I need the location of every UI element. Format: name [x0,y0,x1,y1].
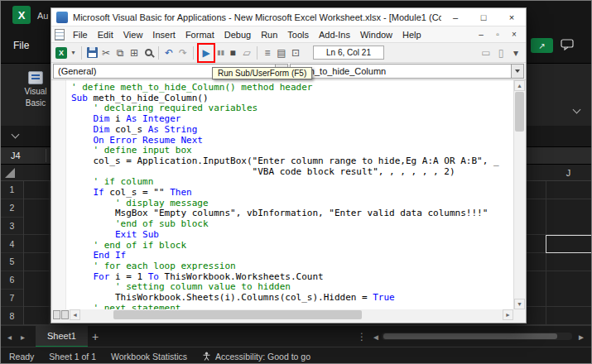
cut-icon[interactable]: ✂ [99,46,113,60]
immediate-window-icon[interactable]: ▯ [494,46,508,60]
toolbar-options-icon[interactable]: ▾ [509,46,522,60]
save-icon[interactable] [85,46,99,60]
copy-icon[interactable]: ⧉ [113,46,127,60]
run-tooltip: Run Sub/UserForm (F5) [212,67,312,79]
scrollbar-thumb[interactable] [113,310,362,319]
menu-format[interactable]: Format [180,28,219,41]
watch-window-icon[interactable]: ▭ [479,46,493,60]
name-box[interactable]: J4 [1,151,46,160]
row-headers: 12345678 [1,181,24,325]
scroll-up-icon[interactable]: ▲ [514,80,525,91]
toolbar-separator [158,46,159,60]
object-dropdown-value: (General) [58,66,96,76]
scroll-left-icon[interactable]: ◄ [70,309,80,320]
toolbar-separator [257,46,257,60]
paste-icon[interactable]: ⊞ [128,46,141,60]
module-icon[interactable] [55,29,65,41]
accessibility-label: Accessibility: Good to go [215,352,310,362]
child-restore-button[interactable]: ▫ [489,28,506,41]
sheet-more-icon[interactable]: ⋮ [357,326,367,347]
row-header[interactable]: 7 [1,290,23,308]
project-explorer-icon[interactable]: ≡ [261,46,274,60]
code-line: ' next statement [71,304,513,309]
scroll-down-icon[interactable]: ▼ [514,299,525,309]
menu-window[interactable]: Window [355,28,397,41]
add-sheet-button[interactable]: + [92,326,99,347]
share-button[interactable]: ↗ [531,38,553,53]
comments-icon[interactable] [561,39,574,54]
child-close-button[interactable]: × [506,28,522,41]
row-header[interactable]: 8 [1,307,23,325]
hscroll-left-icon[interactable]: ◄ [372,326,380,347]
status-sheet-count[interactable]: Sheet 1 of 1 [49,352,96,362]
cursor-position-indicator: Ln 6, Col 21 [313,46,384,60]
design-mode-icon[interactable]: ▱ [240,46,253,60]
break-icon[interactable]: ▮▮ [216,46,225,60]
run-icon[interactable]: ▶ [200,46,213,60]
row-header[interactable]: 5 [1,253,23,271]
sheet-nav-right-icon[interactable]: ▸ [21,326,25,347]
menu-debug[interactable]: Debug [219,28,256,41]
toolbar-separator [81,46,82,60]
menu-insert[interactable]: Insert [147,28,180,41]
view-excel-icon[interactable]: X [55,46,68,60]
object-browser-icon[interactable]: ⊡ [289,46,302,60]
file-tab[interactable]: File [13,40,29,51]
menu-view[interactable]: View [118,28,148,41]
vba-menu-items: FileEditViewInsertFormatDebugRunToolsAdd… [68,28,426,41]
menu-edit[interactable]: Edit [93,28,118,41]
menu-run[interactable]: Run [256,28,282,41]
visual-basic-icon [28,71,43,84]
select-all-button[interactable] [5,168,15,178]
scrollbar-thumb[interactable] [515,92,524,132]
redo-icon[interactable]: ↷ [176,46,190,60]
column-header-j[interactable]: J [546,165,591,181]
formula-bar-divider [46,149,46,162]
reset-icon[interactable]: ■ [226,46,239,60]
child-minimize-button[interactable]: – [473,28,489,41]
scrollbar-corner [513,309,524,320]
code-vertical-scrollbar[interactable]: ▲ ▼ [513,80,524,309]
row-header[interactable]: 4 [1,235,23,253]
chevron-down-icon[interactable] [511,65,523,78]
row-header[interactable]: 6 [1,271,23,290]
vba-title-bar[interactable]: Microsoft Visual Basic for Applications … [51,8,526,26]
find-icon[interactable] [142,46,155,60]
row-header[interactable]: 2 [1,199,23,218]
vba-toolbar: X▾✂⧉⊞↶↷▶▮▮■▱≡▤⊡ Ln 6, Col 21 ▭▯▾ [51,43,526,63]
scrollbar-thumb[interactable] [383,333,557,339]
excel-horizontal-scrollbar[interactable] [382,333,572,340]
accessibility-icon [202,352,211,361]
close-button[interactable]: × [498,8,526,26]
minimize-button[interactable]: – [441,8,469,26]
split-box[interactable] [61,310,69,319]
toolbar-separator [193,46,194,60]
hscroll-right-icon[interactable]: ► [577,326,585,347]
active-cell-j4[interactable] [546,235,592,253]
sheet-nav-left-icon[interactable]: ◂ [7,326,12,347]
vba-window: Microsoft Visual Basic for Applications … [51,7,527,323]
row-header[interactable]: 3 [1,218,23,236]
accessibility-status[interactable]: Accessibility: Good to go [202,352,310,362]
code-pane[interactable]: ' define meth_to_hide_Column() method he… [53,80,513,309]
maximize-button[interactable]: □ [469,8,498,26]
row-header[interactable]: 1 [1,181,23,199]
menu-addins[interactable]: Add-Ins [314,28,355,41]
split-box[interactable] [53,310,60,319]
menu-help[interactable]: Help [397,28,426,41]
sheet-tab-bar: ◂ ▸ Sheet1 + ⋮ ◄ ► [1,325,592,347]
collapse-ribbon-icon[interactable] [12,131,20,139]
menu-file[interactable]: File [68,28,93,41]
undo-icon[interactable]: ↶ [162,46,176,60]
gridline [546,181,546,325]
workbook-statistics[interactable]: Workbook Statistics [111,352,187,362]
visual-basic-label-1: Visual [24,87,46,96]
menu-tools[interactable]: Tools [282,28,314,41]
sheet-tab-sheet1[interactable]: Sheet1 [36,326,88,347]
properties-window-icon[interactable]: ▤ [275,46,288,60]
procedure-dropdown[interactable]: meth_to_hide_Column [290,64,525,79]
code-editor[interactable]: ' define meth_to_hide_Column() method he… [53,80,513,309]
code-horizontal-scrollbar[interactable]: ◄ ► [53,309,513,320]
caret-down-icon[interactable]: ▾ [69,46,78,60]
scroll-right-icon[interactable]: ► [503,309,513,320]
